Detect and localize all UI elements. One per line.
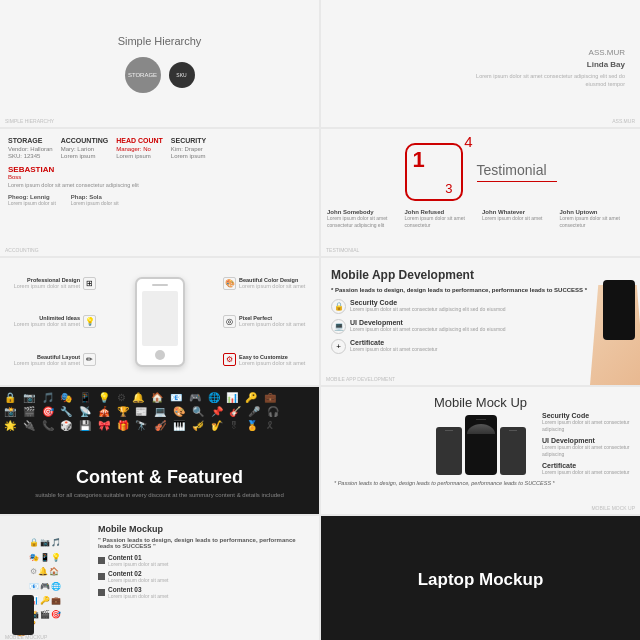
sebastian-section: SEBASTIAN Boss Lorem ipsum dolor sit ame… [8, 165, 311, 188]
phone-lg-btn [467, 424, 495, 434]
slide-content-featured: 🔒 📷 🎵 🎭 📱 💡 ⚙ 🔔 🏠 📧 🎮 🌐 📊 🔑 💼 📸 🎬 🎯 🔧 📡 … [0, 387, 319, 514]
num4: 4 [464, 133, 472, 150]
testi-item-4: John Uptown Lorem ipsum dolor sit amet c… [560, 209, 635, 228]
feature-5: ◎ Pixel Perfect Lorem ipsum dolor sit am… [223, 315, 313, 328]
held-phone-small [12, 595, 34, 635]
col-storage: STORAGE Vendor: Halloran SKU: 12345 [8, 137, 53, 159]
phone-home [155, 350, 165, 360]
feature-2: Unlimited Ideas Lorem ipsum dolor sit am… [6, 315, 96, 328]
assmur-label: ASS.MUR [589, 48, 625, 57]
slide3-footer: ACCOUNTING [5, 247, 39, 253]
hand-phone-illustration [560, 275, 640, 385]
mockup-left-content: Mobile Mockup " Passion leads to design,… [90, 516, 319, 640]
content-item-3: Content 03 Lorem ipsum dolor sit amet [98, 586, 311, 599]
left-features: Professional Design Lorem ipsum dolor si… [6, 264, 96, 379]
banner-title: Content & Featured [76, 467, 243, 488]
feature-3: Beautiful Layout Lorem ipsum dolor sit a… [6, 353, 96, 366]
testimonial-border: 1 3 [405, 143, 463, 201]
mobile-mockup-title: Mobile Mockup [98, 524, 311, 534]
phone-speaker [152, 284, 168, 286]
feature-4: 🎨 Beautiful Color Design Lorem ipsum dol… [223, 277, 313, 290]
phone-lg [465, 415, 497, 475]
app-feat3-icon: + [331, 339, 346, 354]
slide4-footer: TESTIMONIAL [326, 247, 359, 253]
feature6-icon: ⚙ [223, 353, 236, 366]
testimonial-underline [477, 181, 557, 183]
col-security: SECURITY Kim: Draper Lorem ipsum [171, 137, 206, 159]
assmur-name: Linda Bay [587, 60, 625, 69]
phone-screen [142, 291, 178, 346]
phone-sm [436, 427, 462, 475]
content2-dot [98, 573, 105, 580]
slide1-footer: SIMPLE HIERARCHY [5, 118, 54, 124]
feature3-icon: ✏ [83, 353, 96, 366]
num3: 3 [445, 181, 452, 196]
mockup-features: Security Code Lorem ipsum dolor sit amet… [542, 412, 632, 476]
laptop-banner-content: Laptop Mockup [321, 516, 640, 640]
mockup-feat-3: Certificate Lorem ipsum dolor sit amet c… [542, 462, 632, 476]
mockup-quote: * Passion leads to design, design leads … [329, 480, 632, 486]
node-sku: SKU [169, 62, 195, 88]
content3-dot [98, 589, 105, 596]
slide-mobile-mockup-right: Mobile Mock Up * Passion leads to design… [321, 387, 640, 514]
phone-lg-speaker [476, 419, 486, 420]
phone-sm-speaker [445, 430, 453, 431]
slide6-footer: MOBILE APP DEVELOPMENT [326, 376, 395, 382]
slide2-footer: ASS.MUR [612, 118, 635, 124]
phone-sm2-speaker [509, 430, 517, 431]
slide-testimonial: 1 3 4 Testimonial John Somebody Lorem ip… [321, 129, 640, 256]
content1-dot [98, 557, 105, 564]
laptop-title: Laptop Mockup [418, 570, 544, 590]
feature2-icon: 💡 [83, 315, 96, 328]
app-feat3-text: Certificate Lorem ipsum dolor sit amet c… [350, 339, 438, 353]
bottom-cols: Pheog: Lennig Lorem ipsum dolor sit Phap… [8, 194, 311, 206]
col-headcount: HEAD COUNT Manager: No Lorem ipsum [116, 137, 163, 159]
slide-accounting: STORAGE Vendor: Halloran SKU: 12345 ACCO… [0, 129, 319, 256]
mockup-right-title: Mobile Mock Up [329, 395, 632, 410]
banner-sub: suitable for all categories suitable in … [35, 492, 283, 498]
phone-sm2 [500, 427, 526, 475]
testimonial-items: John Somebody Lorem ipsum dolor sit amet… [321, 205, 640, 232]
content-item-1: Content 01 Lorem ipsum dolor sit amet [98, 554, 311, 567]
phone-icons-bg: 🔒📷🎵🎭📱💡⚙🔔🏠📧🎮🌐📊🔑💼📸🎬🎯 ✋ [0, 516, 90, 640]
testi-item-2: John Refused Lorem ipsum dolor sit amet … [405, 209, 480, 228]
app-feat1-icon: 🔒 [331, 299, 346, 314]
content-item-2: Content 02 Lorem ipsum dolor sit amet [98, 570, 311, 583]
testimonial-label-area: Testimonial [477, 162, 557, 183]
feature4-icon: 🎨 [223, 277, 236, 290]
slide8-footer: MOBILE MOCK UP [591, 505, 635, 511]
banner-content: Content & Featured suitable for all cate… [0, 451, 319, 515]
mobile-mockup-quote: " Passion leads to design, design leads … [98, 537, 311, 549]
testi-item-1: John Somebody Lorem ipsum dolor sit amet… [327, 209, 402, 228]
slide-mobile-mockup-left: 🔒📷🎵🎭📱💡⚙🔔🏠📧🎮🌐📊🔑💼📸🎬🎯 ✋ Mobile Mockup " Pas… [0, 516, 319, 640]
slide-laptop-banner: Laptop Mockup [321, 516, 640, 640]
held-phone [603, 280, 635, 340]
col-accounting: ACCOUNTING Mary: Larion Lorem ipsum [61, 137, 108, 159]
app-feat2-icon: 💻 [331, 319, 346, 334]
feature1-icon: ⊞ [83, 277, 96, 290]
slide-assmur: ASS.MUR Linda Bay Lorem ipsum dolor sit … [321, 0, 640, 127]
slide-features: Professional Design Lorem ipsum dolor si… [0, 258, 319, 385]
center-phone [100, 264, 219, 379]
slide-mobile-app: Mobile App Development * Passion leads t… [321, 258, 640, 385]
testimonial-box: 1 3 4 [405, 143, 463, 201]
app-feat1-text: Security Code Lorem ipsum dolor sit amet… [350, 299, 506, 313]
feature5-icon: ◎ [223, 315, 236, 328]
testimonial-title: Testimonial [477, 162, 557, 178]
feature-6: ⚙ Easy to Customize Lorem ipsum dolor si… [223, 353, 313, 366]
app-feat2-text: UI Development Lorem ipsum dolor sit ame… [350, 319, 506, 333]
phone-mockup [135, 277, 185, 367]
icon-scatter: 🔒 📷 🎵 🎭 📱 💡 ⚙ 🔔 🏠 📧 🎮 🌐 📊 🔑 💼 📸 🎬 🎯 🔧 📡 … [0, 387, 319, 437]
slide1-title: Simple Hierarchy [118, 35, 202, 47]
feature-1: Professional Design Lorem ipsum dolor si… [6, 277, 96, 290]
right-features: 🎨 Beautiful Color Design Lorem ipsum dol… [223, 264, 313, 379]
node-storage: STORAGE [125, 57, 161, 93]
assmur-desc: Lorem ipsum dolor sit amet consectetur a… [475, 73, 625, 88]
mockup-feat-2: UI Development Lorem ipsum dolor sit ame… [542, 437, 632, 457]
mockup-feat-1: Security Code Lorem ipsum dolor sit amet… [542, 412, 632, 432]
slide-simple-hierarchy: Simple Hierarchy STORAGE SKU SIMPLE HIER… [0, 0, 319, 127]
num1: 1 [413, 147, 425, 173]
hierarchy-nodes: STORAGE SKU [125, 57, 195, 93]
testi-item-3: John Whatever Lorem ipsum dolor sit amet [482, 209, 557, 228]
